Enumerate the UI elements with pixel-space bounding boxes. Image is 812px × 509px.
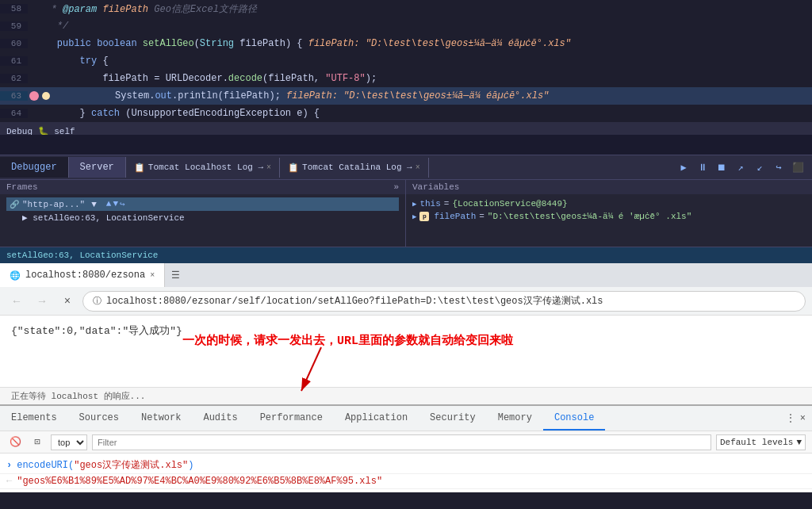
ide-section: 58 * @param filePath Geo信息Excel文件路径 59 *… — [0, 0, 812, 155]
variables-panel: Variables ▶ this = {LocationService@8449… — [406, 180, 812, 247]
frame-dropdown-icon[interactable]: ▼ — [91, 200, 97, 209]
browser-tab-localhost[interactable]: 🌐 localhost:8080/ezsona × — [0, 263, 165, 287]
tab-close-button[interactable]: × — [150, 271, 155, 280]
console-toolbar: 🚫 ⊡ top Default levels ▼ — [0, 431, 812, 454]
code-line-62: 62 filePath = URLDecoder.decode(filePath… — [0, 70, 812, 87]
variables-header: Variables — [406, 180, 812, 194]
console-filter-icon[interactable]: ⊡ — [29, 434, 46, 451]
tab-elements[interactable]: Elements — [0, 406, 68, 431]
debugger-toolbar: Debugger Server 📋 Tomcat Localhost Log →… — [0, 155, 812, 180]
frame-sub[interactable]: ▶ setAllGeo:63, LocationService — [6, 211, 399, 224]
dt-menu-icon[interactable]: ⋮ — [786, 412, 795, 424]
frames-panel: Frames » 🔗 "http-ap..." ▼ ▲ ▼ ↪ ▶ setAll… — [0, 180, 406, 247]
debug-icon-7[interactable]: ⬛ — [790, 159, 806, 175]
tab-favicon: 🌐 — [10, 270, 21, 281]
debug-icon-4[interactable]: ↗ — [733, 159, 749, 175]
browser-section: 🌐 localhost:8080/ezsona × ☰ ← → × ⓘ loca… — [0, 263, 812, 404]
tab-sources[interactable]: Sources — [68, 406, 130, 431]
var-filepath-label: filePath — [434, 212, 476, 221]
code-line-59: 59 */ — [0, 17, 812, 35]
var-this-equals: = — [444, 199, 450, 209]
frames-header: Frames » — [0, 180, 405, 194]
browser-content: {"state":0,"data":"导入成功"} 一次的时候，请求一发出去，U… — [0, 316, 812, 387]
console-encoded-value: "geos%E6%B1%89%E5%AD%97%E4%BC%A0%E9%80%9… — [17, 476, 382, 487]
var-filepath-arrow[interactable]: ▶ — [412, 212, 416, 221]
var-p-icon: p — [419, 212, 429, 221]
debug-panels: Frames » 🔗 "http-ap..." ▼ ▲ ▼ ↪ ▶ setAll… — [0, 180, 812, 247]
console-row-output: ← "geos%E6%B1%89%E5%AD%97%E4%BC%A0%E9%80… — [0, 474, 812, 489]
tab-network[interactable]: Network — [130, 406, 192, 431]
browser-status-text: 正在等待 localhost 的响应... — [11, 390, 145, 402]
url-text: localhost:8080/ezsonar/self/location/set… — [106, 294, 603, 308]
var-filepath-value: "D:\test\test\geos±¼ā-ä¼ é 'æµċē° .xls" — [488, 212, 691, 221]
devtools-tab-icons: ⋮ × — [786, 406, 812, 431]
debug-status-bar: Debug 🐛 self — [0, 122, 812, 135]
tab-debugger[interactable]: Debugger — [0, 157, 69, 178]
code-line-64: 64 } catch (UnsupportedEncodingException… — [0, 105, 812, 122]
debug-pointer-icon — [42, 92, 50, 100]
browser-nav-bar: ← → × ⓘ localhost:8080/ezsonar/self/loca… — [0, 287, 812, 316]
var-this-arrow[interactable]: ▶ — [412, 200, 416, 209]
frame-nav-icons: ▲ ▼ ↪ — [106, 199, 125, 209]
console-row-input: › encodeURI("geos汉字传递测试.xls") — [0, 457, 812, 474]
close-tomcat-localhost[interactable]: × — [266, 163, 271, 172]
log-icon: 📋 — [134, 163, 145, 173]
reload-button[interactable]: × — [57, 291, 78, 312]
variables-content: ▶ this = {LocationService@8449} ▶ p file… — [406, 194, 812, 226]
dt-close-icon[interactable]: × — [800, 413, 806, 424]
var-filepath: ▶ p filePath = "D:\test\test\geos±¼ā-ä¼ … — [412, 210, 806, 223]
console-filter-input[interactable] — [92, 434, 711, 450]
tab-audits[interactable]: Audits — [192, 406, 248, 431]
url-bar[interactable]: ⓘ localhost:8080/ezsonar/self/location/s… — [82, 291, 806, 312]
tab-label: localhost:8080/ezsona — [25, 270, 145, 281]
var-this-value: {LocationService@8449} — [452, 199, 567, 209]
debug-icon-2[interactable]: ⏸ — [695, 159, 710, 175]
debug-icon-6[interactable]: ↪ — [771, 159, 787, 175]
frames-expand-icon[interactable]: » — [393, 182, 399, 192]
log-icon2: 📋 — [288, 163, 299, 173]
code-line-58: 58 * @param filePath Geo信息Excel文件路径 — [0, 0, 812, 17]
setallgeo-bar: setAllGeo:63, LocationService — [0, 247, 812, 263]
red-arrow-annotation — [297, 339, 456, 403]
frames-content: 🔗 "http-ap..." ▼ ▲ ▼ ↪ ▶ setAllGeo:63, L… — [0, 194, 405, 228]
code-line-63: 63 System.out.println(filePath); filePat… — [0, 87, 812, 105]
breakpoint-icon — [29, 91, 39, 101]
debugger-toolbar-icons: ▶ ⏸ ⏹ ↗ ↙ ↪ ⬛ — [676, 159, 812, 175]
console-clear-button[interactable]: 🚫 — [6, 434, 24, 451]
svg-line-1 — [301, 347, 321, 391]
frame-icon: 🔗 — [10, 200, 19, 209]
console-prompt-1: › — [6, 460, 12, 471]
tab-security[interactable]: Security — [419, 406, 487, 431]
variables-label: Variables — [412, 182, 459, 192]
debug-icon-1[interactable]: ▶ — [676, 159, 691, 175]
debug-icon-5[interactable]: ↙ — [752, 159, 768, 175]
console-levels-select[interactable]: Default levels ▼ — [716, 434, 806, 450]
debug-icon-3[interactable]: ⏹ — [714, 159, 730, 175]
tab-server[interactable]: Server — [69, 157, 126, 178]
tab-tomcat-localhost[interactable]: 📋 Tomcat Localhost Log → × — [126, 158, 280, 178]
forward-button[interactable]: → — [32, 291, 52, 312]
frame-http-ap[interactable]: 🔗 "http-ap..." ▼ ▲ ▼ ↪ — [6, 197, 399, 211]
frames-label: Frames — [6, 182, 38, 192]
var-this: ▶ this = {LocationService@8449} — [412, 197, 806, 210]
tab-memory[interactable]: Memory — [487, 406, 543, 431]
close-tomcat-catalina[interactable]: × — [416, 163, 420, 172]
setallgeo-label: setAllGeo:63, LocationService — [6, 251, 158, 260]
tab-performance[interactable]: Performance — [249, 406, 334, 431]
console-context-select[interactable]: top — [51, 434, 87, 450]
var-this-label: this — [419, 199, 440, 209]
new-tab-button[interactable]: ☰ — [165, 263, 186, 287]
tab-tomcat-catalina[interactable]: 📋 Tomcat Catalina Log → × — [280, 158, 429, 178]
tab-application[interactable]: Application — [334, 406, 419, 431]
lock-icon: ⓘ — [93, 295, 102, 307]
back-button[interactable]: ← — [6, 291, 27, 312]
devtools-tab-bar: Elements Sources Network Audits Performa… — [0, 406, 812, 431]
console-output: › encodeURI("geos汉字传递测试.xls") ← "geos%E6… — [0, 454, 812, 492]
code-line-61: 61 try { — [0, 52, 812, 70]
levels-label: Default levels — [720, 438, 793, 447]
code-editor: 58 * @param filePath Geo信息Excel文件路径 59 *… — [0, 0, 812, 135]
tab-console[interactable]: Console — [543, 406, 605, 431]
levels-dropdown-icon: ▼ — [796, 438, 802, 447]
debug-label: Debug 🐛 self — [6, 126, 75, 136]
code-line-60: 60 public boolean setAllGeo(String fileP… — [0, 35, 812, 52]
